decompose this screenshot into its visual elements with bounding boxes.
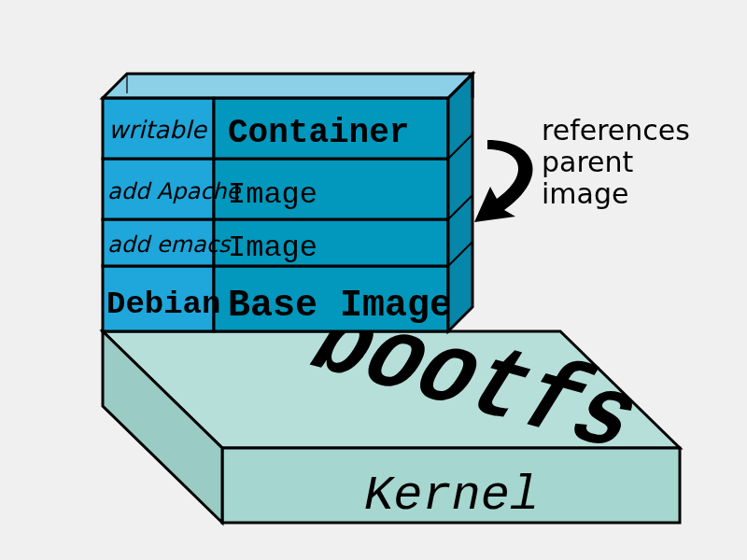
parent-reference-annotation: references parent image — [474, 114, 690, 222]
annotation-line1: references — [542, 114, 690, 147]
layer-emacs-right-label: Image — [228, 231, 317, 265]
layers-stack: Debian Base Image add emacs Image add Ap… — [103, 74, 472, 331]
layer-debian-left-label: Debian — [106, 287, 220, 322]
layer-container-left-label: writable — [108, 116, 208, 144]
layer-apache-right-label: Image — [228, 177, 317, 212]
layer-apache: add Apache Image — [103, 159, 448, 219]
layer-apache-left-label: add Apache — [107, 178, 242, 204]
arrow-icon — [474, 140, 533, 222]
kernel-label: Kernel — [364, 469, 539, 524]
layer-emacs-left-label: add emacs — [107, 231, 232, 258]
layer-container-right-label: Container — [228, 114, 409, 152]
container-lid — [103, 74, 472, 98]
stack-right-side — [448, 74, 472, 331]
annotation-line3: image — [542, 177, 628, 210]
docker-layers-diagram: bootfs Kernel Debian Base Image add emac… — [0, 0, 747, 560]
layer-debian-right-label: Base Image — [228, 285, 452, 327]
annotation-line2: parent — [542, 146, 634, 178]
layer-debian: Debian Base Image — [103, 266, 452, 331]
layer-emacs: add emacs Image — [103, 219, 448, 266]
layer-container: writable Container — [103, 98, 448, 159]
